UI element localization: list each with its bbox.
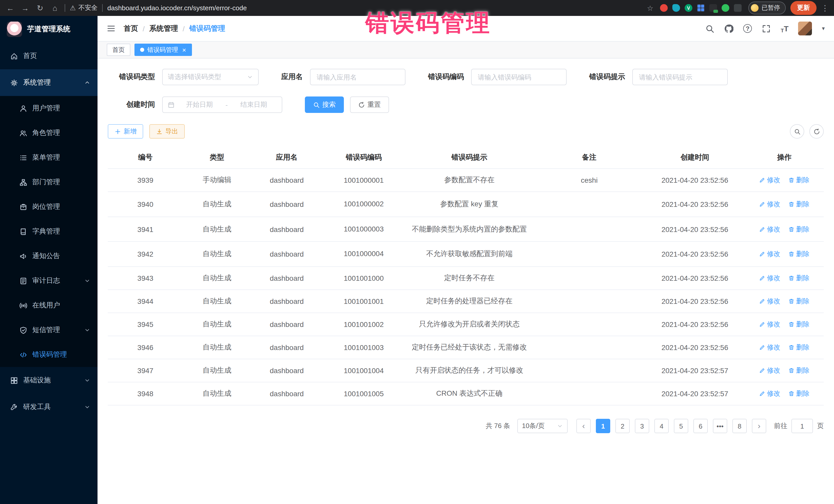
forward-icon[interactable]: → — [20, 4, 30, 12]
gear-icon — [10, 79, 18, 86]
font-size-icon[interactable]: TT — [781, 24, 789, 33]
tab-home[interactable]: 首页 — [107, 44, 130, 56]
edit-link[interactable]: 修改 — [759, 343, 781, 352]
page-button-3[interactable]: 3 — [635, 419, 649, 433]
date-range-picker[interactable]: 开始日期 - 结束日期 — [162, 96, 282, 113]
page-button-4[interactable]: 4 — [654, 419, 669, 433]
cell-hint: 只有开启状态的任务，才可以修改 — [405, 359, 534, 382]
sidebar-item-menu[interactable]: 菜单管理 — [0, 145, 97, 170]
delete-link[interactable]: 删除 — [788, 389, 809, 398]
extension-icon-3[interactable]: V — [685, 4, 692, 12]
sidebar-item-sms[interactable]: 短信管理 — [0, 318, 97, 342]
error-type-select[interactable]: 请选择错误码类型 — [162, 69, 259, 85]
browser-menu-icon[interactable]: ⋮ — [821, 3, 829, 13]
sidebar-item-audit-log[interactable]: 审计日志 — [0, 268, 97, 293]
security-label: 不安全 — [78, 4, 97, 12]
fullscreen-icon[interactable] — [762, 24, 771, 33]
export-button[interactable]: 导出 — [149, 124, 185, 138]
edit-link[interactable]: 修改 — [759, 273, 781, 283]
prev-page-button[interactable]: ‹ — [576, 419, 591, 433]
edit-link[interactable]: 修改 — [759, 389, 781, 398]
back-icon[interactable]: ← — [5, 4, 15, 12]
edit-link[interactable]: 修改 — [759, 176, 781, 185]
page-more-button[interactable]: ••• — [713, 419, 727, 433]
delete-link[interactable]: 删除 — [788, 343, 809, 352]
delete-link[interactable]: 删除 — [788, 224, 809, 234]
paused-badge[interactable]: 已暂停 — [748, 2, 786, 14]
extension-icon-5[interactable] — [709, 4, 717, 12]
bookmark-star-icon[interactable]: ☆ — [647, 4, 653, 12]
refresh-table-button[interactable] — [809, 124, 824, 138]
reset-button[interactable]: 重置 — [350, 96, 389, 113]
help-icon[interactable]: ? — [743, 24, 752, 33]
delete-link[interactable]: 删除 — [788, 320, 809, 329]
toggle-search-button[interactable] — [790, 124, 804, 138]
delete-link[interactable]: 删除 — [788, 366, 809, 375]
cell-operations: 修改 删除 — [745, 192, 824, 217]
breadcrumb-system[interactable]: 系统管理 — [149, 24, 178, 33]
browser-update-button[interactable]: 更新 — [790, 1, 816, 15]
edit-link[interactable]: 修改 — [759, 224, 781, 234]
search-button[interactable]: 搜索 — [305, 96, 344, 113]
close-icon[interactable]: × — [182, 46, 186, 53]
end-date-placeholder: 结束日期 — [231, 100, 277, 109]
github-icon[interactable] — [724, 24, 733, 33]
cell-id: 3948 — [108, 382, 183, 405]
sidebar-item-system[interactable]: 系统管理 — [0, 69, 97, 96]
page-button-5[interactable]: 5 — [674, 419, 688, 433]
breadcrumb-home[interactable]: 首页 — [124, 24, 138, 33]
search-icon[interactable] — [705, 24, 715, 33]
sidebar-item-role[interactable]: 角色管理 — [0, 120, 97, 145]
edit-link[interactable]: 修改 — [759, 200, 781, 209]
tab-error-code[interactable]: 错误码管理 × — [134, 44, 192, 56]
cell-code: 1001001004 — [323, 359, 405, 382]
app-name-input[interactable] — [310, 69, 405, 85]
collapse-sidebar-icon[interactable] — [107, 24, 115, 33]
page-button-8[interactable]: 8 — [732, 419, 747, 433]
user-avatar[interactable] — [798, 22, 812, 36]
next-page-button[interactable]: › — [752, 419, 766, 433]
home-icon[interactable]: ⌂ — [50, 4, 60, 12]
calendar-icon — [168, 101, 175, 108]
sidebar-item-home[interactable]: 首页 — [0, 43, 97, 69]
sidebar-item-dept[interactable]: 部门管理 — [0, 170, 97, 195]
extension-icon-6[interactable] — [722, 4, 729, 12]
page-button-1[interactable]: 1 — [596, 419, 610, 433]
extension-icon-1[interactable] — [660, 4, 668, 12]
extension-icon-2[interactable] — [672, 4, 680, 12]
delete-link[interactable]: 删除 — [788, 200, 809, 209]
extension-icon-4[interactable] — [697, 4, 705, 12]
page-button-6[interactable]: 6 — [694, 419, 708, 433]
edit-link[interactable]: 修改 — [759, 320, 781, 329]
page-size-select[interactable]: 10条/页 — [517, 419, 568, 433]
sidebar-item-dict[interactable]: 字典管理 — [0, 219, 97, 244]
sidebar-item-infra[interactable]: 基础设施 — [0, 367, 97, 394]
chevron-down-icon[interactable]: ▾ — [822, 25, 825, 32]
extension-icon-7[interactable] — [734, 4, 742, 12]
refresh-icon[interactable]: ↻ — [35, 3, 45, 13]
sidebar-item-notice[interactable]: 通知公告 — [0, 244, 97, 268]
goto-page-input[interactable] — [791, 419, 813, 433]
delete-link[interactable]: 删除 — [788, 176, 809, 185]
delete-link[interactable]: 删除 — [788, 297, 809, 306]
sidebar-item-user[interactable]: 用户管理 — [0, 96, 97, 120]
error-code-input[interactable] — [471, 69, 567, 85]
security-chip[interactable]: ⚠ 不安全 — [70, 4, 97, 12]
sidebar-item-dev-tools[interactable]: 研发工具 — [0, 394, 97, 420]
sidebar-item-post[interactable]: 岗位管理 — [0, 195, 97, 219]
sidebar-item-error-code[interactable]: 错误码管理 — [0, 342, 97, 367]
address-bar[interactable]: dashboard.yudao.iocoder.cn/system/error-… — [107, 4, 247, 12]
cell-hint: 不能删除类型为系统内置的参数配置 — [405, 217, 534, 241]
error-hint-input[interactable] — [632, 69, 728, 85]
logo[interactable]: 芋道管理系统 — [0, 16, 97, 43]
delete-link[interactable]: 删除 — [788, 249, 809, 259]
sidebar-item-online-user[interactable]: 在线用户 — [0, 293, 97, 318]
edit-link[interactable]: 修改 — [759, 366, 781, 375]
edit-link[interactable]: 修改 — [759, 249, 781, 259]
add-button[interactable]: 新增 — [108, 124, 143, 138]
delete-link[interactable]: 删除 — [788, 273, 809, 283]
main-area: 首页 / 系统管理 / 错误码管理 ? TT ▾ 首页 — [97, 16, 834, 504]
chevron-down-icon — [84, 278, 90, 284]
edit-link[interactable]: 修改 — [759, 297, 781, 306]
page-button-2[interactable]: 2 — [615, 419, 630, 433]
